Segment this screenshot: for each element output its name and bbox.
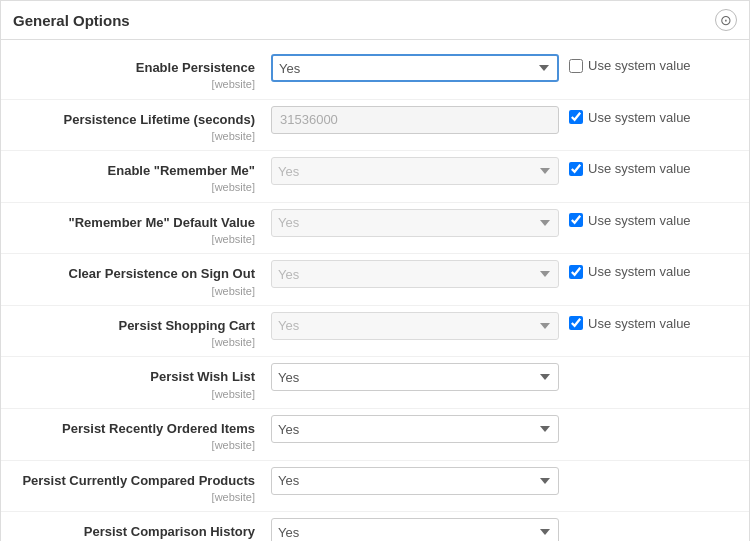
select-wrapper: YesNo	[271, 54, 559, 82]
persistence-lifetime-input	[271, 106, 559, 134]
field-scope: [website]	[1, 335, 255, 350]
use-system-value-wrap[interactable]: Use system value	[569, 264, 691, 279]
use-system-value-label: Use system value	[588, 161, 691, 176]
enable-remember-me-select: YesNo	[271, 157, 559, 185]
section-title: General Options	[13, 12, 130, 29]
enable-persistence-system-checkbox[interactable]	[569, 59, 583, 73]
remember-me-default-select: YesNo	[271, 209, 559, 237]
page-container: General Options ⊙ Enable Persistence[web…	[0, 0, 750, 541]
form-row: Enable Persistence[website]YesNoUse syst…	[1, 48, 749, 100]
select-wrapper: YesNo	[271, 209, 559, 237]
form-body: Enable Persistence[website]YesNoUse syst…	[1, 40, 749, 541]
field-label: Enable "Remember Me"	[108, 163, 255, 178]
enable-remember-me-system-checkbox[interactable]	[569, 162, 583, 176]
use-system-value-label: Use system value	[588, 58, 691, 73]
use-system-value-wrap[interactable]: Use system value	[569, 316, 691, 331]
form-row: Persist Comparison History[website]YesNo	[1, 512, 749, 541]
control-col: YesNo	[271, 363, 569, 391]
system-col	[569, 467, 749, 471]
field-label: Persistence Lifetime (seconds)	[64, 112, 255, 127]
label-col: Persistence Lifetime (seconds)[website]	[1, 106, 271, 145]
form-row: Clear Persistence on Sign Out[website]Ye…	[1, 254, 749, 306]
persist-wish-list-select[interactable]: YesNo	[271, 363, 559, 391]
field-label: Persist Shopping Cart	[118, 318, 255, 333]
control-col: YesNo	[271, 157, 569, 185]
form-row: Persist Recently Ordered Items[website]Y…	[1, 409, 749, 461]
collapse-icon[interactable]: ⊙	[715, 9, 737, 31]
persist-comparison-history-select[interactable]: YesNo	[271, 518, 559, 541]
clear-persistence-sign-out-system-checkbox[interactable]	[569, 265, 583, 279]
select-wrapper: YesNo	[271, 518, 559, 541]
form-row: Persist Currently Compared Products[webs…	[1, 461, 749, 513]
label-col: Persist Comparison History[website]	[1, 518, 271, 541]
use-system-value-label: Use system value	[588, 110, 691, 125]
control-col: YesNo	[271, 260, 569, 288]
use-system-value-label: Use system value	[588, 213, 691, 228]
field-label: "Remember Me" Default Value	[69, 215, 255, 230]
field-label: Persist Comparison History	[84, 524, 255, 539]
label-col: "Remember Me" Default Value[website]	[1, 209, 271, 248]
system-col	[569, 415, 749, 419]
control-col: YesNo	[271, 312, 569, 340]
use-system-value-wrap[interactable]: Use system value	[569, 110, 691, 125]
system-col: Use system value	[569, 209, 749, 228]
control-col: YesNo	[271, 54, 569, 82]
label-col: Persist Wish List[website]	[1, 363, 271, 402]
field-scope: [website]	[1, 490, 255, 505]
form-row: Persist Wish List[website]YesNo	[1, 357, 749, 409]
field-scope: [website]	[1, 129, 255, 144]
field-scope: [website]	[1, 232, 255, 247]
use-system-value-label: Use system value	[588, 316, 691, 331]
field-scope: [website]	[1, 284, 255, 299]
field-scope: [website]	[1, 387, 255, 402]
label-col: Persist Recently Ordered Items[website]	[1, 415, 271, 454]
select-wrapper: YesNo	[271, 415, 559, 443]
persist-shopping-cart-select: YesNo	[271, 312, 559, 340]
control-col: YesNo	[271, 415, 569, 443]
select-wrapper: YesNo	[271, 312, 559, 340]
label-col: Enable "Remember Me"[website]	[1, 157, 271, 196]
section-header: General Options ⊙	[1, 1, 749, 40]
form-row: "Remember Me" Default Value[website]YesN…	[1, 203, 749, 255]
clear-persistence-sign-out-select: YesNo	[271, 260, 559, 288]
use-system-value-label: Use system value	[588, 264, 691, 279]
system-col: Use system value	[569, 260, 749, 279]
persist-currently-compared-select[interactable]: YesNo	[271, 467, 559, 495]
control-col: YesNo	[271, 518, 569, 541]
control-col: YesNo	[271, 467, 569, 495]
use-system-value-wrap[interactable]: Use system value	[569, 213, 691, 228]
form-row: Persistence Lifetime (seconds)[website]U…	[1, 100, 749, 152]
persist-shopping-cart-system-checkbox[interactable]	[569, 316, 583, 330]
persist-recently-ordered-select[interactable]: YesNo	[271, 415, 559, 443]
field-label: Clear Persistence on Sign Out	[69, 266, 255, 281]
label-col: Clear Persistence on Sign Out[website]	[1, 260, 271, 299]
select-wrapper: YesNo	[271, 363, 559, 391]
system-col: Use system value	[569, 312, 749, 331]
use-system-value-wrap[interactable]: Use system value	[569, 58, 691, 73]
select-wrapper: YesNo	[271, 260, 559, 288]
use-system-value-wrap[interactable]: Use system value	[569, 161, 691, 176]
system-col	[569, 518, 749, 522]
system-col: Use system value	[569, 106, 749, 125]
select-wrapper: YesNo	[271, 157, 559, 185]
system-col: Use system value	[569, 157, 749, 176]
field-scope: [website]	[1, 438, 255, 453]
persistence-lifetime-system-checkbox[interactable]	[569, 110, 583, 124]
field-label: Persist Currently Compared Products	[22, 473, 255, 488]
label-col: Persist Shopping Cart[website]	[1, 312, 271, 351]
control-col: YesNo	[271, 209, 569, 237]
system-col	[569, 363, 749, 367]
select-wrapper: YesNo	[271, 467, 559, 495]
field-label: Enable Persistence	[136, 60, 255, 75]
control-col	[271, 106, 569, 134]
field-scope: [website]	[1, 77, 255, 92]
enable-persistence-select[interactable]: YesNo	[271, 54, 559, 82]
system-col: Use system value	[569, 54, 749, 73]
label-col: Persist Currently Compared Products[webs…	[1, 467, 271, 506]
field-scope: [website]	[1, 180, 255, 195]
field-label: Persist Wish List	[150, 369, 255, 384]
label-col: Enable Persistence[website]	[1, 54, 271, 93]
remember-me-default-system-checkbox[interactable]	[569, 213, 583, 227]
form-row: Enable "Remember Me"[website]YesNoUse sy…	[1, 151, 749, 203]
form-row: Persist Shopping Cart[website]YesNoUse s…	[1, 306, 749, 358]
